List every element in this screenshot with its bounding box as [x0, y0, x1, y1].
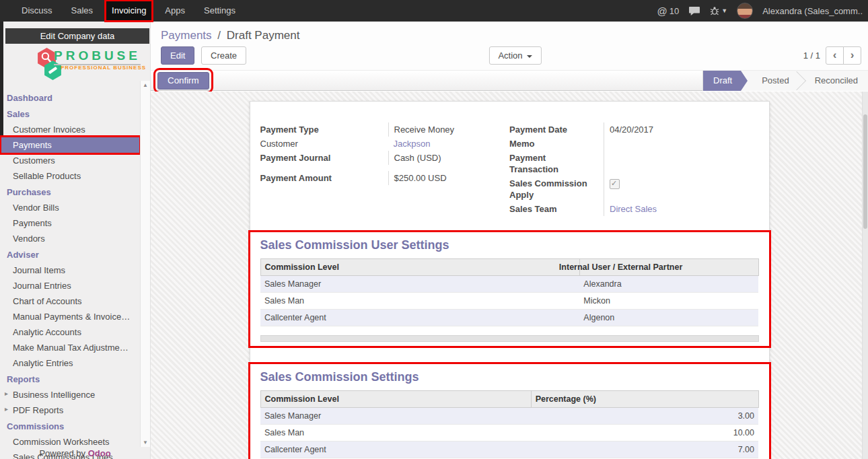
sidebar-item-journal-entries[interactable]: Journal Entries	[0, 278, 139, 293]
menu-settings[interactable]: Settings	[197, 0, 242, 22]
memo-value	[604, 137, 759, 151]
scroll-down-icon[interactable]: ▼	[141, 439, 150, 446]
sidebar-scrollbar[interactable]: ▲ ▼	[140, 81, 150, 447]
payment-sheet: Payment Type Receive Money Customer Jack…	[250, 101, 770, 459]
cell-percentage[interactable]: 3.00	[531, 408, 758, 425]
breadcrumb-current: Draft Payment	[227, 29, 300, 42]
menu-apps[interactable]: Apps	[158, 0, 192, 22]
sidebar-section-sales[interactable]: Sales	[0, 106, 150, 122]
state-separator	[799, 71, 805, 91]
sidebar-item-journal-items[interactable]: Journal Items	[0, 262, 139, 278]
table-row[interactable]: Sales Man 10.00	[260, 425, 758, 442]
sidebar-section-purchases[interactable]: Purchases	[0, 184, 150, 200]
cell-user[interactable]: Alexandra	[579, 276, 758, 293]
state-draft[interactable]: Draft	[703, 71, 741, 91]
logo-title: PROBUSE	[54, 48, 141, 65]
column-header-internal-user[interactable]: Internal User / External Partner	[579, 259, 758, 276]
control-panel: Payments / Draft Payment Edit Create Act…	[151, 22, 868, 70]
horizontal-scrollbar[interactable]	[260, 335, 759, 342]
sidebar-item-pdf-reports[interactable]: ▸PDF Reports	[0, 402, 139, 418]
sidebar-item-vendor-bills[interactable]: Vendor Bills	[0, 200, 139, 215]
caret-down-icon	[527, 55, 532, 58]
customer-label: Customer	[260, 137, 388, 151]
sidebar-item-vendor-payments[interactable]: Payments	[0, 215, 139, 231]
cell-percentage[interactable]: 7.00	[531, 442, 758, 458]
app-window: Discuss Sales Invoicing Apps Settings @ …	[0, 0, 868, 459]
sales-commission-apply-checkbox[interactable]: ✓	[610, 179, 620, 189]
menu-discuss[interactable]: Discuss	[15, 0, 59, 22]
table-row[interactable]: Callcenter Agent 7.00	[260, 442, 758, 458]
customer-link[interactable]: Jackpson	[388, 137, 510, 151]
table-row[interactable]: Sales Man Mickon	[260, 293, 758, 310]
app-menus: Discuss Sales Invoicing Apps Settings	[0, 0, 245, 22]
cell-commission-level[interactable]: Callcenter Agent	[260, 310, 579, 326]
column-header-commission-level[interactable]: Commission Level	[260, 391, 531, 408]
cell-commission-level[interactable]: Sales Manager	[260, 276, 579, 293]
sales-commission-apply-label: Sales Commission Apply	[509, 176, 604, 202]
sidebar-item-payments[interactable]: Payments	[1, 137, 139, 153]
sidebar-item-analytic-accounts[interactable]: Analytic Accounts	[0, 324, 139, 340]
caret-down-icon: ▼	[721, 7, 727, 14]
menu-sales[interactable]: Sales	[65, 0, 100, 22]
messages-icon[interactable]	[688, 6, 700, 16]
payment-date-label: Payment Date	[509, 122, 604, 137]
commission-user-settings-table: Commission Level Internal User / Externa…	[260, 258, 759, 326]
pager-count: 1 / 1	[803, 50, 820, 61]
sidebar-section-commissions[interactable]: Commissions	[0, 418, 150, 434]
menu-invoicing[interactable]: Invoicing	[105, 0, 153, 22]
sidebar-item-manual-payments[interactable]: Manual Payments & Invoice…	[0, 309, 139, 324]
sidebar-item-customer-invoices[interactable]: Customer Invoices	[0, 122, 139, 137]
sidebar-item-customers[interactable]: Customers	[0, 153, 139, 168]
sidebar-section-adviser[interactable]: Adviser	[0, 246, 150, 262]
column-header-commission-level[interactable]: Commission Level	[260, 259, 579, 276]
sidebar-item-business-intelligence[interactable]: ▸Business Intelligence	[0, 387, 139, 402]
breadcrumb-payments-link[interactable]: Payments	[161, 29, 212, 42]
payment-amount-value: $250.00 USD	[388, 171, 510, 185]
sales-team-label: Sales Team	[509, 202, 604, 216]
sidebar-item-analytic-entries[interactable]: Analytic Entries	[0, 355, 139, 371]
cell-commission-level[interactable]: Sales Manager	[260, 408, 531, 425]
sidebar-item-manual-tax[interactable]: Make Manual Tax Adjustme…	[0, 340, 139, 355]
action-dropdown[interactable]: Action	[489, 46, 541, 65]
scroll-up-icon[interactable]: ▲	[141, 82, 150, 88]
sidebar-item-vendors[interactable]: Vendors	[0, 231, 139, 246]
create-button[interactable]: Create	[201, 46, 246, 65]
cell-commission-level[interactable]: Sales Man	[260, 293, 579, 310]
table-row[interactable]: Sales Manager 3.00	[260, 408, 758, 425]
table-row[interactable]: Callcenter Agent Algenon	[260, 310, 758, 326]
cell-commission-level[interactable]: Sales Man	[260, 425, 531, 442]
confirm-button[interactable]: Confirm	[157, 72, 209, 90]
cell-user[interactable]: Algenon	[579, 310, 758, 326]
cell-commission-level[interactable]: Callcenter Agent	[260, 442, 531, 458]
content-scrollbar[interactable]	[862, 92, 868, 459]
pager-next-button[interactable]: ›	[843, 46, 861, 65]
cell-user[interactable]: Mickon	[579, 293, 758, 310]
column-header-percentage[interactable]: Percentage (%)	[531, 391, 758, 408]
expand-icon: ▸	[5, 405, 8, 413]
mentions-counter[interactable]: @ 10	[657, 5, 680, 17]
pager-previous-button[interactable]: ‹	[826, 46, 844, 65]
table-row[interactable]: Sales Manager Alexandra	[260, 276, 758, 293]
odoo-brand-link[interactable]: Odoo	[88, 448, 111, 458]
sidebar-item-dashboard[interactable]: Dashboard	[0, 90, 150, 106]
commission-settings-title: Sales Commission Settings	[260, 370, 759, 384]
user-menu[interactable]: Alexandra (Sales_comm..	[762, 6, 863, 16]
mention-count: 10	[670, 6, 679, 16]
debug-menu[interactable]: ▼	[710, 6, 727, 15]
cell-percentage[interactable]: 10.00	[531, 425, 758, 442]
sidebar-item-chart-of-accounts[interactable]: Chart of Accounts	[0, 293, 139, 309]
sales-commission-apply-value: ✓	[604, 176, 759, 202]
commission-user-settings-section: Sales Commission User Settings Commissio…	[250, 232, 769, 346]
sidebar-item-sellable-products[interactable]: Sellable Products	[0, 168, 139, 184]
user-avatar[interactable]	[737, 3, 753, 19]
sales-team-link[interactable]: Direct Sales	[604, 202, 759, 216]
sidebar-section-reports[interactable]: Reports	[0, 371, 150, 387]
company-logo[interactable]: PROBUSE PROFESSIONAL BUSINESS	[0, 46, 150, 85]
state-reconciled[interactable]: Reconciled	[805, 71, 868, 91]
edit-company-button[interactable]: Edit Company data	[5, 28, 149, 44]
statusbar: Confirm Draft Posted Reconciled	[151, 70, 868, 91]
form-view: Payment Type Receive Money Customer Jack…	[151, 92, 868, 459]
scrollbar-thumb[interactable]	[863, 114, 867, 229]
sidebar-item-commission-worksheets[interactable]: Commission Worksheets	[0, 434, 139, 450]
edit-button[interactable]: Edit	[161, 46, 194, 65]
